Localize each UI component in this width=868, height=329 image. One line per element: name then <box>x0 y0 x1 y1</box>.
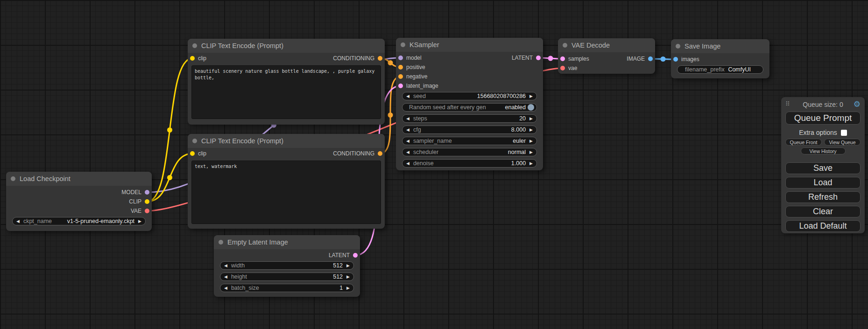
input-port-dot-negative[interactable] <box>398 74 403 79</box>
stepper-right-arrow-icon[interactable]: ▶ <box>346 275 350 279</box>
input-port[interactable]: clip <box>190 150 206 157</box>
link-midpoint-dot <box>388 60 393 65</box>
stepper-left-arrow-icon[interactable]: ◀ <box>16 219 20 224</box>
node-canvas[interactable]: Load CheckpointMODELCLIPVAE◀ckpt_namev1-… <box>0 0 868 329</box>
input-port-dot-images[interactable] <box>673 57 678 62</box>
output-port-dot-CONDITIONING[interactable] <box>378 151 382 156</box>
queue-prompt-button[interactable]: Queue Prompt <box>785 112 861 125</box>
input-port-dot-samples[interactable] <box>560 56 565 61</box>
input-port[interactable]: clip <box>190 55 206 62</box>
stepper-right-arrow-icon[interactable]: ▶ <box>138 219 141 224</box>
port-row: clipCONDITIONING <box>188 54 385 63</box>
load-button[interactable]: Load <box>785 177 861 189</box>
input-port[interactable]: images <box>673 56 699 63</box>
widget-steps[interactable]: ◀steps20▶ <box>402 114 537 123</box>
widget-Random seed after every gen[interactable]: Random seed after every genenabled <box>402 103 537 112</box>
settings-gear-icon[interactable]: ⚙ <box>854 99 861 109</box>
stepper-right-arrow-icon[interactable]: ▶ <box>529 150 533 154</box>
output-port[interactable]: CLIP <box>129 198 149 205</box>
stepper-left-arrow-icon[interactable]: ◀ <box>224 264 227 268</box>
collapse-dot-icon[interactable] <box>219 240 223 245</box>
collapse-dot-icon[interactable] <box>563 43 567 48</box>
output-port-dot-IMAGE[interactable] <box>648 56 653 61</box>
widget-denoise[interactable]: ◀denoise1.000▶ <box>402 159 537 168</box>
stepper-right-arrow-icon[interactable]: ▶ <box>529 161 533 166</box>
node-title: Save Image <box>685 42 720 50</box>
collapse-dot-icon[interactable] <box>676 44 680 49</box>
input-port-dot-positive[interactable] <box>398 65 403 70</box>
stepper-right-arrow-icon[interactable]: ▶ <box>529 139 533 143</box>
stepper-right-arrow-icon[interactable]: ▶ <box>529 117 533 121</box>
widget-cfg[interactable]: ◀cfg8.000▶ <box>402 126 537 134</box>
input-port[interactable]: samples <box>560 56 589 62</box>
prompt-textarea[interactable]: beautiful scenery nature glass bottle la… <box>191 65 381 119</box>
input-port[interactable]: negative <box>398 73 427 80</box>
widget-filename_prefix[interactable]: filename_prefixComfyUI <box>677 65 763 74</box>
input-port[interactable]: model <box>398 55 422 61</box>
collapse-dot-icon[interactable] <box>192 43 197 48</box>
input-port-dot-clip[interactable] <box>190 56 195 61</box>
queue-front-button[interactable]: Queue Front <box>785 139 822 146</box>
view-queue-button[interactable]: View Queue <box>824 139 861 146</box>
output-port[interactable]: IMAGE <box>627 56 653 62</box>
stepper-left-arrow-icon[interactable]: ◀ <box>224 275 227 279</box>
collapse-dot-icon[interactable] <box>401 42 405 47</box>
stepper-left-arrow-icon[interactable]: ◀ <box>224 286 227 290</box>
stepper-right-arrow-icon[interactable]: ▶ <box>346 264 350 268</box>
prompt-textarea[interactable]: text, watermark <box>191 161 381 224</box>
node-titlebar-clip-text-encode-negative[interactable]: CLIP Text Encode (Prompt) <box>188 134 385 148</box>
input-port-dot-clip[interactable] <box>190 151 195 156</box>
output-port-dot-VAE[interactable] <box>145 209 149 213</box>
refresh-button[interactable]: Refresh <box>785 191 861 203</box>
drag-handle-icon[interactable]: ⠿ <box>785 100 790 107</box>
view-history-button[interactable]: View History <box>801 147 846 154</box>
widget-ckpt_name[interactable]: ◀ckpt_namev1-5-pruned-emaonly.ckpt▶ <box>12 217 146 225</box>
node-titlebar-ksampler[interactable]: KSampler <box>396 38 543 52</box>
input-port[interactable]: positive <box>398 64 425 70</box>
output-port[interactable]: MODEL <box>121 189 149 196</box>
output-port-dot-LATENT[interactable] <box>353 253 358 258</box>
widget-seed[interactable]: ◀seed156680208700286▶ <box>402 92 537 100</box>
node-titlebar-vae-decode[interactable]: VAE Decode <box>558 38 655 52</box>
node-titlebar-save-image[interactable]: Save Image <box>671 39 769 53</box>
toggle-knob-icon[interactable] <box>528 104 534 111</box>
output-port[interactable]: CONDITIONING <box>333 150 382 157</box>
widget-height[interactable]: ◀height512▶ <box>220 273 354 281</box>
stepper-left-arrow-icon[interactable]: ◀ <box>406 139 409 143</box>
input-port-dot-latent_image[interactable] <box>398 84 403 88</box>
widget-sampler_name[interactable]: ◀sampler_nameeuler▶ <box>402 137 537 145</box>
output-port[interactable]: LATENT <box>329 252 358 259</box>
node-titlebar-empty-latent-image[interactable]: Empty Latent Image <box>214 235 360 249</box>
stepper-right-arrow-icon[interactable]: ▶ <box>529 94 533 98</box>
stepper-left-arrow-icon[interactable]: ◀ <box>406 161 409 166</box>
widget-width[interactable]: ◀width512▶ <box>220 261 354 270</box>
input-port-dot-vae[interactable] <box>560 66 565 70</box>
clear-button[interactable]: Clear <box>785 206 861 217</box>
widget-value: euler <box>513 138 526 144</box>
input-port[interactable]: vae <box>560 65 577 71</box>
output-port-dot-LATENT[interactable] <box>536 56 541 60</box>
save-button[interactable]: Save <box>785 162 861 174</box>
widget-batch_size[interactable]: ◀batch_size1▶ <box>220 284 354 292</box>
widget-scheduler[interactable]: ◀schedulernormal▶ <box>402 148 537 156</box>
node-titlebar-clip-text-encode-positive[interactable]: CLIP Text Encode (Prompt) <box>188 39 385 53</box>
output-port-dot-CONDITIONING[interactable] <box>378 56 382 61</box>
stepper-left-arrow-icon[interactable]: ◀ <box>406 150 409 154</box>
output-port[interactable]: CONDITIONING <box>333 55 382 62</box>
output-port-dot-MODEL[interactable] <box>145 190 149 195</box>
node-titlebar-load-checkpoint[interactable]: Load Checkpoint <box>6 172 152 186</box>
output-port-dot-CLIP[interactable] <box>145 199 149 204</box>
stepper-left-arrow-icon[interactable]: ◀ <box>406 94 409 98</box>
stepper-left-arrow-icon[interactable]: ◀ <box>406 128 409 132</box>
input-port[interactable]: latent_image <box>398 83 438 89</box>
collapse-dot-icon[interactable] <box>11 176 15 181</box>
stepper-left-arrow-icon[interactable]: ◀ <box>406 117 409 121</box>
load-default-button[interactable]: Load Default <box>785 220 861 232</box>
stepper-right-arrow-icon[interactable]: ▶ <box>346 286 350 290</box>
collapse-dot-icon[interactable] <box>192 139 197 143</box>
stepper-right-arrow-icon[interactable]: ▶ <box>529 128 533 132</box>
extra-options-checkbox[interactable] <box>841 130 847 136</box>
output-port[interactable]: VAE <box>131 208 149 214</box>
input-port-dot-model[interactable] <box>398 56 403 60</box>
output-port[interactable]: LATENT <box>512 55 541 61</box>
